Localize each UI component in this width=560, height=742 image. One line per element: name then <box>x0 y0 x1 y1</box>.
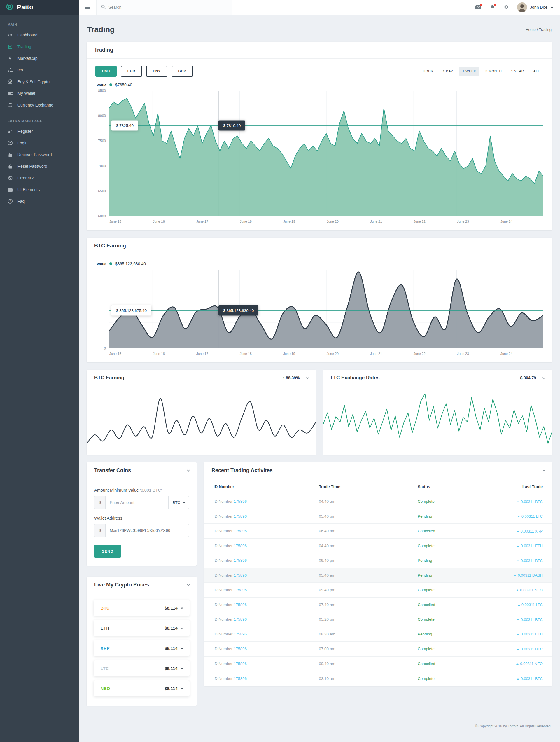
recent-activities-card: Recent Trading Activites ID Number Trade… <box>204 462 552 686</box>
avatar <box>517 2 527 12</box>
trade-id-link[interactable]: 175896 <box>234 676 247 681</box>
sidebar-item-ui-elements[interactable]: UI Elements <box>0 184 79 196</box>
range-button-all[interactable]: ALL <box>530 67 543 75</box>
chevron-down-icon[interactable] <box>180 667 183 669</box>
sidebar-item-register[interactable]: Register <box>0 125 79 137</box>
search-input[interactable] <box>109 5 228 10</box>
trade-id-link[interactable]: 175896 <box>234 558 247 563</box>
range-button-hour[interactable]: HOUR <box>419 67 437 75</box>
trade-id-link[interactable]: 175896 <box>234 514 247 519</box>
table-row: ID Number 175896 07.00 am Complete 0.003… <box>204 642 552 656</box>
trade-id-link[interactable]: 175896 <box>234 602 247 607</box>
trade-id-link[interactable]: 175896 <box>234 573 247 577</box>
range-button-1week[interactable]: 1 WEEK <box>459 67 480 75</box>
column-header: Status <box>418 484 497 489</box>
trade-id-link[interactable]: 175896 <box>234 617 247 622</box>
coin-select[interactable]: BTC <box>168 496 189 509</box>
sidebar-item-login[interactable]: Login <box>0 137 79 149</box>
amount-input[interactable] <box>106 496 168 509</box>
x-tick: June 21 <box>370 220 382 223</box>
trade-id-link[interactable]: 175896 <box>234 544 247 548</box>
notifications-button[interactable] <box>489 4 496 10</box>
send-button[interactable]: SEND <box>94 545 121 558</box>
chevron-down-icon[interactable] <box>180 646 183 649</box>
table-body: ID Number 175896 04.40 am Complete 0.003… <box>204 494 552 686</box>
price-row-neo[interactable]: NEO $8.114 <box>94 680 189 696</box>
chevron-down-icon[interactable] <box>306 376 309 379</box>
trade-id-link[interactable]: 175896 <box>234 588 247 592</box>
currency-button-cny[interactable]: CNY <box>146 66 167 77</box>
trade-id-link[interactable]: 175896 <box>234 529 247 533</box>
caret-up-icon <box>517 648 519 650</box>
sidebar-item-trading[interactable]: Trading <box>0 41 79 53</box>
brand-name: Paito <box>17 3 33 11</box>
column-header: Last Trade <box>497 484 543 489</box>
price-row-ltc[interactable]: LTC $8.114 <box>94 660 189 676</box>
card-title: BTC Earning <box>94 243 126 249</box>
y-axis: 8500 8000 7500 7000 6500 6000 <box>95 91 109 216</box>
sidebar-item-label: My Wallet <box>17 91 35 96</box>
chevron-down-icon[interactable] <box>187 583 190 586</box>
caret-up-icon <box>514 575 516 576</box>
sidebar-item-recover-password[interactable]: Recover Password <box>0 149 79 160</box>
price-row-xrp[interactable]: XRP $8.114 <box>94 640 189 656</box>
settings-button[interactable] <box>503 4 510 10</box>
sidebar-item-marketcap[interactable]: MarketCap <box>0 53 79 64</box>
wallet-icon <box>8 91 13 95</box>
caret-up-icon <box>518 604 520 606</box>
sidebar-item-label: Reset Password <box>17 164 47 169</box>
search-box <box>96 0 232 14</box>
price-row-btc[interactable]: BTC $8.114 <box>94 600 189 616</box>
content: Trading Home / Trading Trading USD EUR C… <box>79 14 560 735</box>
messages-button[interactable] <box>475 4 482 10</box>
sidebar-item-buy-sell-crypto[interactable]: $ Buy & Sell Crypto <box>0 76 79 88</box>
breadcrumb[interactable]: Home / Trading <box>525 28 552 32</box>
sidebar-item-label: Error 404 <box>17 176 35 180</box>
chevron-down-icon[interactable] <box>180 687 183 689</box>
arrow-up-icon: ↑ <box>283 375 285 380</box>
chevron-down-icon[interactable] <box>180 626 183 629</box>
range-button-3month[interactable]: 3 MONTH <box>482 67 505 75</box>
currency-button-usd[interactable]: USD <box>95 66 117 77</box>
currency-button-eur[interactable]: EUR <box>121 66 142 77</box>
key-icon <box>8 129 13 134</box>
sidebar-item-currency-exchange[interactable]: Currency Exchange <box>0 99 79 111</box>
sidebar: Paito MAIN Dashboard Trading MarketCap I… <box>0 0 79 742</box>
chevron-down-icon[interactable] <box>187 469 190 472</box>
sidebar-item-dashboard[interactable]: Dashboard <box>0 29 79 41</box>
chevron-down-icon[interactable] <box>543 376 546 379</box>
gear-icon <box>504 4 509 10</box>
trade-id-link[interactable]: 175896 <box>234 499 247 504</box>
chevron-down-icon[interactable] <box>543 469 546 472</box>
caret-up-icon <box>517 634 519 635</box>
trade-id-link[interactable]: 175896 <box>234 632 247 636</box>
sidebar-item-ico[interactable]: Ico <box>0 64 79 76</box>
table-row: ID Number 175896 03.10 am Complete 0.003… <box>204 671 552 686</box>
sidebar-item-my-wallet[interactable]: My Wallet <box>0 88 79 99</box>
trade-id-link[interactable]: 175896 <box>234 661 247 666</box>
menu-toggle-button[interactable] <box>79 0 96 14</box>
sidebar-item-faq[interactable]: ? Faq <box>0 196 79 207</box>
caret-up-icon <box>517 530 519 532</box>
wallet-address-input[interactable] <box>106 524 189 537</box>
sidebar-item-reset-password[interactable]: Reset Password <box>0 160 79 172</box>
range-button-1day[interactable]: 1 DAY <box>439 67 456 75</box>
table-row: ID Number 175896 06.40 am Cancelled 0.00… <box>204 524 552 539</box>
chevron-down-icon[interactable] <box>180 606 183 609</box>
y-tick: 6000 <box>98 214 106 218</box>
page-head: Trading Home / Trading <box>87 21 552 42</box>
wallet-input-group: $ <box>94 524 189 537</box>
sidebar-item-error-404[interactable]: Error 404 <box>0 172 79 184</box>
user-menu[interactable]: John Doe <box>517 2 552 12</box>
range-button-1year[interactable]: 1 YEAR <box>507 67 527 75</box>
brand[interactable]: Paito <box>0 0 79 14</box>
card-title: Trading <box>94 47 113 53</box>
currency-button-gbp[interactable]: GBP <box>171 66 193 77</box>
lock-icon <box>8 152 13 157</box>
coin-symbol: LTC <box>101 666 109 671</box>
sidebar-nav-main: Dashboard Trading MarketCap Ico $ Buy & … <box>0 29 79 111</box>
topbar-actions: John Doe <box>475 2 560 12</box>
price-row-eth[interactable]: ETH $8.114 <box>94 620 189 636</box>
btc-earning-card-head: BTC Earning <box>87 237 552 254</box>
trade-id-link[interactable]: 175896 <box>234 647 247 651</box>
